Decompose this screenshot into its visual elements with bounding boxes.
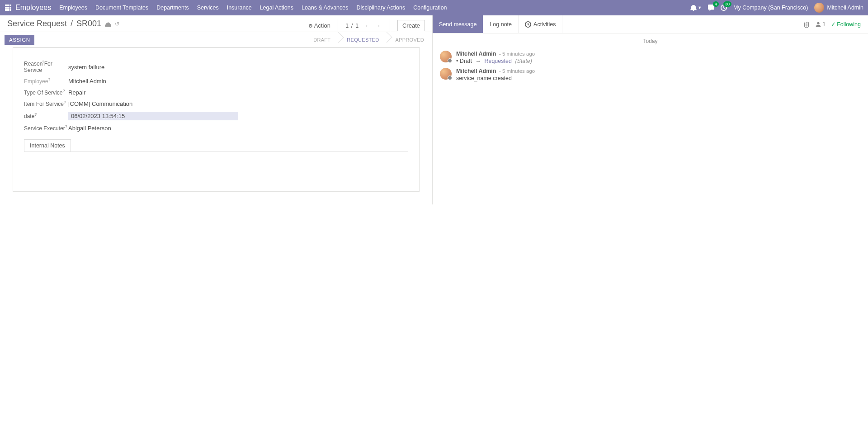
avatar-icon	[440, 68, 452, 80]
action-label: Action	[314, 22, 330, 29]
action-dropdown[interactable]: ⚙ Action	[308, 22, 330, 29]
user-avatar-icon	[814, 3, 824, 13]
discard-icon[interactable]: ↺	[115, 21, 119, 27]
svg-rect-3	[5, 7, 7, 9]
tracking-line: Draft → Requested (State)	[456, 58, 535, 64]
send-message-button[interactable]: Send message	[433, 15, 483, 33]
field-label: Reason For Service?	[24, 61, 68, 73]
field-employee: Employee? Mitchell Admin	[24, 76, 408, 87]
nav-item[interactable]: Insurance	[227, 5, 252, 11]
field-label: Item For Service?	[24, 101, 68, 107]
nav-item[interactable]: Services	[197, 5, 219, 11]
form-sheet-wrap: Reason For Service? system failure Emplo…	[0, 47, 432, 204]
field-label: Type Of Service?	[24, 90, 68, 96]
svg-rect-2	[9, 5, 11, 6]
message-author[interactable]: Mitchell Admin	[456, 68, 496, 74]
date-separator: Today	[433, 38, 868, 44]
field-value[interactable]: Repair	[68, 89, 85, 96]
user-menu[interactable]: Mitchell Admin	[814, 3, 863, 13]
following-button[interactable]: ✓Following	[831, 21, 861, 28]
unsaved-icon[interactable]	[105, 20, 111, 27]
date-input[interactable]: 06/02/2023 13:54:15	[68, 112, 238, 120]
svg-rect-7	[7, 9, 9, 11]
message: Mitchell Admin - 5 minutes ago Draft → R…	[433, 49, 868, 66]
tab-content	[24, 152, 408, 179]
app-brand[interactable]: Employees	[15, 4, 51, 12]
nav-item[interactable]: Legal Actions	[260, 5, 293, 11]
activity-badge: 30	[723, 1, 731, 7]
nav-item[interactable]: Employees	[59, 5, 87, 11]
field-name: (State)	[515, 58, 532, 64]
svg-rect-0	[5, 5, 7, 6]
field-date: date? 06/02/2023 13:54:15	[24, 109, 408, 123]
assign-button[interactable]: ASSIGN	[5, 35, 34, 45]
nav-item[interactable]: Disciplinary Actions	[357, 5, 406, 11]
nav-menu: Employees Document Templates Departments…	[59, 5, 690, 11]
pager-value[interactable]: 1 / 1	[345, 22, 359, 29]
tab-internal-notes[interactable]: Internal Notes	[24, 139, 71, 152]
breadcrumb-root[interactable]: Service Request	[7, 19, 67, 28]
svg-rect-8	[9, 9, 11, 11]
statusbar: ASSIGN DRAFT REQUESTED APPROVED	[0, 32, 432, 47]
message-time: - 5 minutes ago	[499, 51, 535, 57]
field-value[interactable]: system failure	[68, 64, 104, 71]
breadcrumb-sep-icon: /	[71, 19, 73, 28]
notifications-icon[interactable]: ▼	[690, 5, 702, 11]
stage-requested[interactable]: REQUESTED	[339, 32, 387, 47]
discuss-badge: 4	[713, 1, 719, 7]
breadcrumb-current: SR001	[76, 19, 101, 28]
check-icon: ✓	[831, 21, 836, 28]
field-label: Employee?	[24, 78, 68, 85]
gear-icon: ⚙	[308, 23, 313, 28]
attachments-icon[interactable]	[803, 21, 810, 28]
field-executer: Service Executer? Abigail Peterson	[24, 123, 408, 134]
notebook: Internal Notes	[24, 139, 408, 179]
field-label: date?	[24, 113, 68, 119]
svg-rect-1	[7, 5, 9, 6]
create-button[interactable]: Create	[397, 20, 425, 31]
followers-button[interactable]: 1	[815, 21, 826, 28]
nav-item[interactable]: Loans & Advances	[302, 5, 349, 11]
apps-icon[interactable]	[5, 4, 12, 11]
chatter-status: 1 ✓Following	[803, 21, 868, 28]
field-item: Item For Service? [COMM] Communication	[24, 98, 408, 109]
activity-icon[interactable]: 30	[721, 5, 727, 11]
breadcrumb: Service Request / SR001 ↺	[7, 19, 308, 28]
arrow-icon: →	[475, 58, 481, 64]
message: Mitchell Admin - 5 minutes ago service_n…	[433, 66, 868, 83]
old-value: Draft	[460, 58, 472, 64]
field-label: Service Executer?	[24, 125, 68, 132]
nav-item[interactable]: Document Templates	[95, 5, 148, 11]
company-switcher[interactable]: My Company (San Francisco)	[733, 5, 808, 11]
message-body: service_name created	[456, 75, 535, 81]
log-note-button[interactable]: Log note	[483, 15, 519, 33]
svg-rect-5	[9, 7, 11, 9]
field-value[interactable]: [COMM] Communication	[68, 100, 132, 107]
field-type: Type Of Service? Repair	[24, 87, 408, 98]
clock-icon	[525, 21, 531, 27]
new-value: Requested	[484, 58, 511, 64]
form-sheet: Reason For Service? system failure Emplo…	[13, 47, 420, 192]
follower-count: 1	[822, 21, 826, 28]
message-time: - 5 minutes ago	[499, 68, 535, 74]
user-name: Mitchell Admin	[827, 5, 863, 11]
pager-prev-icon[interactable]: ‹	[363, 20, 370, 31]
statusbar-stages: DRAFT REQUESTED APPROVED	[305, 32, 432, 47]
chatter-top: Send message Log note Activities 1	[433, 15, 868, 33]
field-value[interactable]: Mitchell Admin	[68, 78, 106, 85]
svg-rect-6	[5, 9, 7, 11]
stage-approved[interactable]: APPROVED	[387, 32, 432, 47]
activities-label: Activities	[533, 21, 556, 28]
avatar-icon	[440, 51, 452, 62]
activities-button[interactable]: Activities	[519, 15, 562, 33]
stage-draft[interactable]: DRAFT	[305, 32, 339, 47]
discuss-icon[interactable]: 4	[708, 5, 714, 11]
nav-item[interactable]: Departments	[156, 5, 189, 11]
field-reason: Reason For Service? system failure	[24, 58, 408, 76]
pager: 1 / 1 ‹ ›	[345, 20, 382, 31]
nav-item[interactable]: Configuration	[413, 5, 447, 11]
divider	[390, 19, 390, 32]
message-author[interactable]: Mitchell Admin	[456, 51, 496, 57]
field-value[interactable]: Abigail Peterson	[68, 125, 111, 132]
pager-next-icon[interactable]: ›	[375, 20, 382, 31]
